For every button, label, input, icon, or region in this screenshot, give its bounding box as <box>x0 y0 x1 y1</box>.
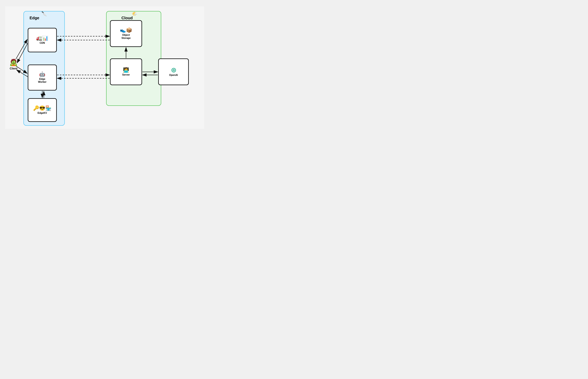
objectstorage-label: ObjectStorage <box>121 33 131 39</box>
openai-box: ◎ OpenAI <box>158 58 189 85</box>
cloud-region-label: Cloud <box>121 16 133 20</box>
edgeworker-box: 🤖 EdgeWorker <box>28 64 57 91</box>
client-node: 🧟 Client <box>9 58 18 70</box>
objectstorage-icon: 👟📦 <box>120 28 132 32</box>
edge-region-label: Edge <box>30 16 39 20</box>
openai-label: OpenAI <box>169 74 178 77</box>
edgeworker-icon: 🤖 <box>39 72 45 77</box>
cdn-box: 🚛📊 CDN <box>28 28 57 52</box>
edgekv-icon: 🔑😎🏪 <box>33 106 51 111</box>
architecture-diagram: 🔪 Edge 🌤️ Cloud 🧟 Client 🚛📊 CDN 🤖 EdgeWo… <box>5 6 204 129</box>
server-icon: 🧑‍💻 <box>123 67 129 72</box>
client-label: Client <box>10 67 17 70</box>
cdn-icon: 🚛📊 <box>36 36 48 41</box>
edgekv-box: 🔑😎🏪 EdgeKV <box>28 98 57 122</box>
edge-region-icon: 🔪 <box>41 11 47 16</box>
objectstorage-box: 👟📦 ObjectStorage <box>110 20 142 47</box>
server-box: 🧑‍💻 Server <box>110 58 142 85</box>
edgekv-label: EdgeKV <box>37 111 47 114</box>
cdn-label: CDN <box>40 41 45 44</box>
server-label: Server <box>122 73 130 76</box>
client-icon: 🧟 <box>9 58 18 66</box>
openai-icon: ◎ <box>171 67 176 73</box>
edgeworker-label: EdgeWorker <box>38 78 47 83</box>
